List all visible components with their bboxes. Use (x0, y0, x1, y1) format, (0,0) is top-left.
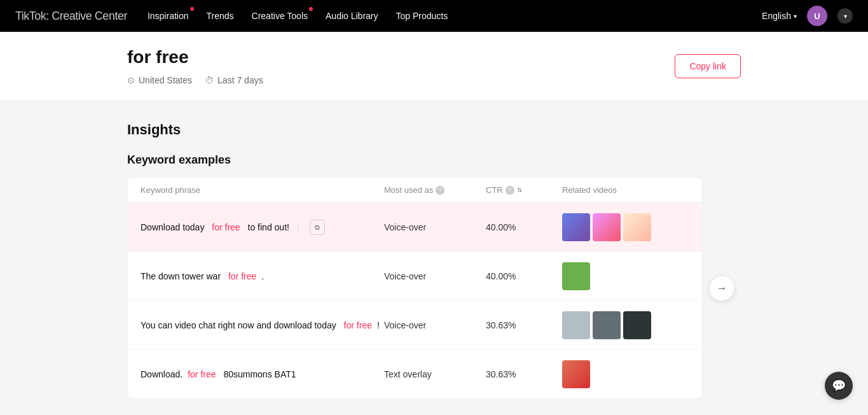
keyword-text: Download today (141, 222, 207, 232)
most-used-info-icon[interactable]: ? (436, 186, 444, 195)
nav-creative-tools[interactable]: Creative Tools (252, 8, 308, 24)
nav-links: Inspiration Trends Creative Tools Audio … (148, 8, 762, 24)
logo-text: TikTok (15, 10, 46, 22)
pipe-divider: | (297, 222, 300, 232)
avatar[interactable]: U (807, 6, 827, 26)
nav-top-products[interactable]: Top Products (396, 11, 448, 21)
chat-icon: 💬 (832, 379, 846, 393)
avatar-dropdown-icon[interactable]: ▾ (837, 8, 853, 24)
nav-inspiration[interactable]: Inspiration (148, 8, 189, 24)
keyword-highlight: for free (228, 271, 256, 281)
navbar: TikTok: Creative Center Inspiration Tren… (0, 0, 868, 32)
insights-title: Insights (127, 122, 741, 138)
ctr-cell-2: 40.00% (486, 271, 562, 281)
clock-icon: ⏱ (205, 75, 214, 85)
video-thumb[interactable] (562, 311, 590, 339)
videos-cell-2 (562, 262, 689, 290)
page-header: for free ⊙ United States ⏱ Last 7 days C… (0, 32, 868, 101)
page-title: for free (127, 47, 263, 67)
language-selector[interactable]: English ▾ (762, 11, 797, 21)
video-thumb[interactable] (562, 213, 590, 241)
ctr-cell-3: 30.63% (486, 320, 562, 330)
page-meta: ⊙ United States ⏱ Last 7 days (127, 75, 263, 85)
copy-link-button[interactable]: Copy link (675, 54, 741, 78)
ctr-sort-icon[interactable]: ⇅ (517, 186, 522, 193)
keyword-text: You can video chat right now and downloa… (141, 320, 339, 330)
ctr-info-icon[interactable]: ? (506, 186, 514, 195)
keyword-cell-1: Download today for free to find out! | ⧉ (141, 220, 384, 235)
keyword-text: to find out! (245, 222, 289, 232)
col-ctr-label: CTR (486, 185, 503, 195)
keyword-table: Keyword phrase Most used as ? CTR ? ⇅ Re… (127, 177, 703, 399)
video-thumb[interactable] (593, 213, 621, 241)
video-thumb[interactable] (623, 213, 651, 241)
chevron-down-icon: ▾ (794, 13, 797, 20)
videos-cell-4 (562, 360, 689, 388)
keyword-examples-title: Keyword examples (127, 153, 741, 167)
meta-time: ⏱ Last 7 days (205, 75, 263, 85)
table-row: Download.for free 80summons BAT1 Text ov… (128, 350, 702, 398)
lang-label: English (762, 11, 791, 21)
chat-button[interactable]: 💬 (825, 372, 853, 400)
col-ctr: CTR ? ⇅ (486, 185, 562, 195)
table-header: Keyword phrase Most used as ? CTR ? ⇅ Re… (128, 178, 702, 203)
keyword-text: . (261, 271, 264, 281)
used-as-cell-1: Voice-over (384, 222, 486, 232)
nav-trends[interactable]: Trends (207, 8, 234, 24)
header-left: for free ⊙ United States ⏱ Last 7 days (127, 47, 263, 85)
col-videos-label: Related videos (562, 185, 617, 195)
col-keyword: Keyword phrase (141, 185, 384, 195)
keyword-cell-4: Download.for free 80summons BAT1 (141, 369, 384, 379)
time-label: Last 7 days (217, 75, 263, 85)
ctr-cell-4: 30.63% (486, 369, 562, 379)
inspiration-dot (190, 7, 194, 11)
keyword-cell-2: The down tower war for free. (141, 271, 384, 281)
col-videos: Related videos (562, 185, 689, 195)
keyword-text: The down tower war (141, 271, 223, 281)
video-thumb[interactable] (623, 311, 651, 339)
used-as-cell-4: Text overlay (384, 369, 486, 379)
table-wrapper: Keyword phrase Most used as ? CTR ? ⇅ Re… (127, 177, 703, 399)
copy-keyword-icon[interactable]: ⧉ (310, 220, 325, 235)
table-row: Download today for free to find out! | ⧉… (128, 203, 702, 252)
main-content: Insights Keyword examples Keyword phrase… (0, 101, 868, 415)
keyword-text: Download. (141, 369, 183, 379)
video-thumb[interactable] (562, 262, 590, 290)
nav-audio-library[interactable]: Audio Library (326, 8, 378, 24)
video-thumb[interactable] (593, 311, 621, 339)
logo[interactable]: TikTok: Creative Center (15, 10, 127, 23)
table-row: You can video chat right now and downloa… (128, 301, 702, 350)
keyword-text: ! (377, 320, 380, 330)
keyword-cell-3: You can video chat right now and downloa… (141, 320, 384, 330)
used-as-cell-2: Voice-over (384, 271, 486, 281)
meta-location: ⊙ United States (127, 75, 192, 85)
video-thumb[interactable] (562, 360, 590, 388)
table-row: The down tower war for free. Voice-over … (128, 252, 702, 301)
scroll-right-arrow[interactable]: → (709, 276, 734, 301)
keyword-highlight: for free (344, 320, 372, 330)
location-icon: ⊙ (127, 75, 135, 85)
keyword-text: 80summons BAT1 (221, 369, 296, 379)
keyword-highlight: for free (188, 369, 216, 379)
col-used-as-label: Most used as (384, 185, 433, 195)
creative-tools-dot (309, 7, 313, 11)
ctr-cell-1: 40.00% (486, 222, 562, 232)
col-keyword-label: Keyword phrase (141, 185, 200, 195)
videos-cell-1 (562, 213, 689, 241)
used-as-cell-3: Voice-over (384, 320, 486, 330)
nav-right: English ▾ U ▾ (762, 6, 853, 26)
keyword-highlight: for free (212, 222, 240, 232)
location-label: United States (139, 75, 192, 85)
videos-cell-3 (562, 311, 689, 339)
col-used-as: Most used as ? (384, 185, 486, 195)
logo-sub: : Creative Center (46, 10, 127, 22)
